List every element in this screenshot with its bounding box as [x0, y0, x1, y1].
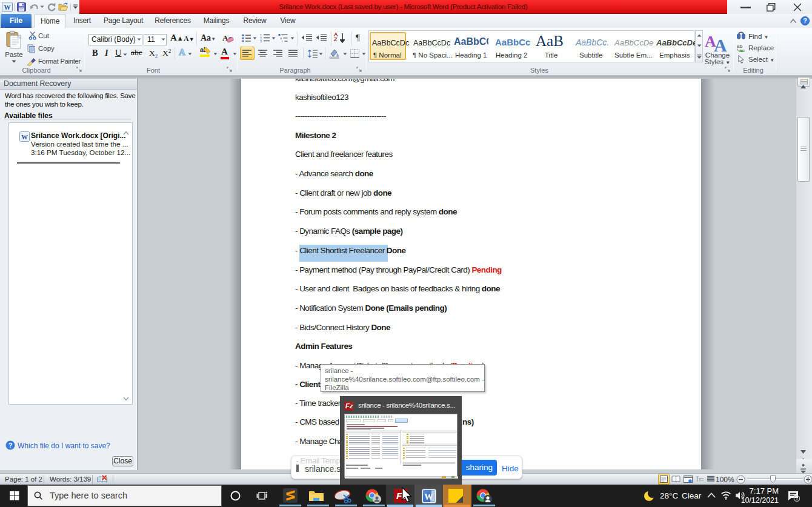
svg-text:W: W — [4, 4, 11, 11]
svg-text:W: W — [21, 134, 28, 141]
svg-text:1: 1 — [795, 495, 798, 502]
svg-text:?: ? — [803, 17, 807, 24]
svg-text:ac: ac — [739, 48, 745, 53]
svg-text:3: 3 — [260, 39, 262, 42]
svg-text:W: W — [424, 492, 433, 502]
svg-text:i: i — [282, 39, 282, 42]
svg-text:?: ? — [8, 442, 13, 449]
